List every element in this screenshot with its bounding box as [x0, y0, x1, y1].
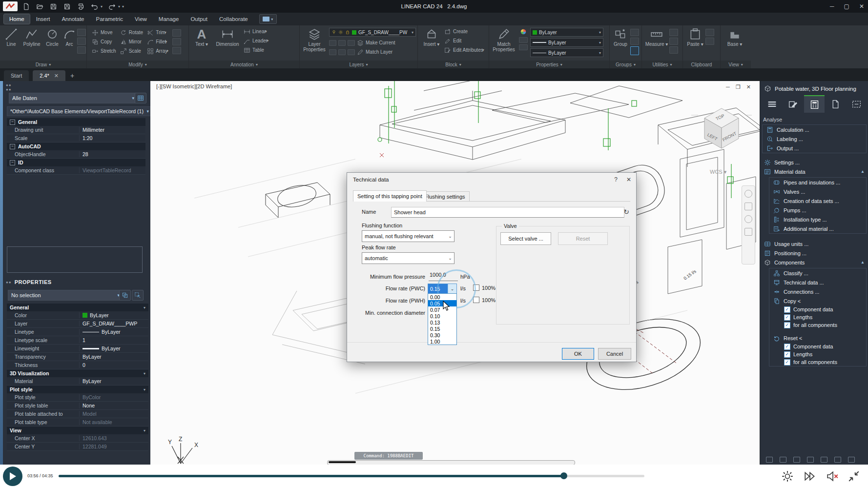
dropdown-option[interactable]: 0.00: [428, 294, 456, 300]
close-tab-icon[interactable]: ✕: [54, 73, 59, 79]
tab-insert[interactable]: Insert: [31, 14, 56, 24]
dropdown-option[interactable]: 0.15: [428, 325, 456, 332]
section-header[interactable]: Plot style▾: [7, 386, 148, 393]
panel-label-utilities[interactable]: Utilities▾: [642, 61, 682, 68]
property-row[interactable]: Plot table typeNot available: [7, 418, 148, 427]
dropdown-option[interactable]: 0.05: [428, 300, 456, 306]
panel-label-modify[interactable]: Modify▾: [87, 61, 188, 68]
checkbox-copy-lengths[interactable]: ✓Lengths: [769, 313, 866, 321]
tab-manage[interactable]: Manage: [153, 14, 185, 24]
polyline-tool[interactable]: Polyline: [21, 25, 43, 54]
mute-icon[interactable]: [826, 470, 839, 483]
property-row[interactable]: Drawing unitMillimeter: [7, 126, 145, 134]
select-valve-button[interactable]: Select valve ...: [500, 232, 551, 245]
group-components[interactable]: Components▲: [760, 258, 868, 267]
redo-dropdown-icon[interactable]: ▾: [118, 4, 120, 9]
arc-tool[interactable]: Arc: [62, 25, 77, 54]
color-combo[interactable]: ByLayer▾: [530, 28, 603, 37]
item-copy[interactable]: Copy <: [769, 296, 866, 305]
section-header[interactable]: −AutoCAD: [7, 142, 145, 150]
refresh-name-icon[interactable]: ↻: [621, 207, 631, 217]
undo-icon[interactable]: [90, 2, 99, 10]
peak-flow-select[interactable]: automatic⌄: [362, 252, 455, 264]
dialog-help-icon[interactable]: ?: [614, 176, 618, 183]
exit-fullscreen-icon[interactable]: [847, 470, 860, 483]
sidebar-bottom-toolbar[interactable]: [760, 457, 868, 463]
save-as-icon[interactable]: [62, 2, 71, 10]
flow-rate-dropdown-list[interactable]: 0.000.050.070.100.130.150.301.00: [428, 293, 457, 345]
collapse-icon[interactable]: ▾: [144, 371, 145, 376]
paste-tool[interactable]: Paste ▾: [685, 25, 705, 47]
panel-label-view[interactable]: View▾: [721, 61, 751, 68]
match-layer-tool[interactable]: Match Layer: [329, 47, 416, 57]
dropdown-option[interactable]: 1.00: [428, 338, 456, 345]
checkbox-reset-all-components[interactable]: ✓for all components: [769, 358, 866, 366]
item-calculation[interactable]: Calculation ...: [763, 125, 866, 134]
app-logo-icon[interactable]: [3, 1, 18, 11]
element-path-combo[interactable]: *Other*/AutoCAD Base Elements/ViewportTa…: [7, 106, 150, 116]
tab-view[interactable]: View: [129, 14, 152, 24]
group-tool[interactable]: Group: [611, 25, 630, 55]
panel-label-properties[interactable]: Properties▾: [489, 61, 609, 68]
tab-collaborate[interactable]: Collaborate: [214, 14, 253, 24]
item-creation-data-sets[interactable]: Creation of data sets ...: [769, 196, 866, 205]
tab-flushing-settings[interactable]: Flushing settings: [420, 191, 470, 202]
minimize-icon[interactable]: ─: [830, 3, 834, 10]
play-button[interactable]: [3, 467, 22, 486]
utilities-extra-tools[interactable]: [669, 25, 678, 54]
panel-label-clipboard[interactable]: Clipboard: [683, 61, 720, 68]
panel-grip[interactable]: ●●●●: [6, 83, 12, 92]
rotate-tool[interactable]: Rotate: [120, 28, 143, 37]
property-row[interactable]: MaterialByLayer: [7, 377, 148, 386]
redo-icon[interactable]: [107, 2, 116, 10]
section-header[interactable]: General▾: [7, 304, 148, 311]
property-row[interactable]: Thickness0: [7, 361, 148, 369]
tab-home[interactable]: Home: [4, 14, 30, 24]
command-line[interactable]: Command: 1988BAEDIT: [354, 452, 423, 460]
property-row[interactable]: Center X12610.643: [7, 434, 148, 443]
property-row[interactable]: LinetypeByLayer: [7, 328, 148, 336]
table-tool[interactable]: Table: [244, 45, 269, 55]
collapse-icon[interactable]: −: [10, 144, 15, 149]
property-row[interactable]: Plot table attached toModel: [7, 410, 148, 418]
item-settings[interactable]: Settings ...: [760, 158, 868, 167]
navigation-bar[interactable]: [742, 185, 755, 264]
section-header[interactable]: 3D Visualization▾: [7, 369, 148, 377]
pwc-100-checkbox[interactable]: 100%: [473, 285, 496, 291]
toggle-pickadd-button[interactable]: [119, 290, 131, 301]
measure-tool[interactable]: Measure ▾: [644, 25, 669, 54]
dropdown-option[interactable]: 0.13: [428, 319, 456, 325]
make-current-tool[interactable]: Make Current: [329, 38, 416, 47]
layer-combo[interactable]: GF_S_DRAW____PW▾: [329, 28, 416, 37]
flushing-function-select[interactable]: manual, not flushing relevant⌄: [362, 230, 455, 242]
mirror-tool[interactable]: Mirror: [120, 37, 143, 46]
collapse-icon[interactable]: −: [10, 160, 15, 165]
property-row[interactable]: Plot styleByColor: [7, 393, 148, 402]
viewport-minimize-icon[interactable]: ─: [726, 84, 730, 90]
item-labeling[interactable]: Labeling ...: [763, 134, 866, 143]
tab-parametric[interactable]: Parametric: [91, 14, 129, 24]
ok-button[interactable]: OK: [562, 348, 594, 360]
collapse-icon[interactable]: −: [10, 120, 15, 125]
close-icon[interactable]: ✕: [859, 3, 864, 10]
edit-attributes-tool[interactable]: Edit Attributes▾: [444, 45, 484, 55]
dropdown-option[interactable]: 0.10: [428, 313, 456, 319]
scale-tool[interactable]: Scale: [120, 46, 143, 56]
panel-label-block[interactable]: Block▾: [418, 61, 489, 68]
copy-tool[interactable]: Copy: [92, 37, 116, 46]
insert-block-tool[interactable]: Insert ▾: [421, 25, 442, 55]
panel-label-layers[interactable]: Layers▾: [300, 61, 417, 68]
seek-bar[interactable]: [59, 475, 644, 477]
clipboard-extra-tools[interactable]: [705, 25, 714, 47]
checkbox-copy-all-components[interactable]: ✓for all components: [769, 321, 866, 329]
color-wheel-icon[interactable]: [519, 28, 527, 36]
selection-combo[interactable]: No selection▾: [8, 290, 123, 301]
item-classify[interactable]: Classify ...: [769, 268, 866, 278]
property-row[interactable]: ColorByLayer: [7, 311, 148, 320]
new-file-icon[interactable]: [21, 2, 30, 10]
array-tool[interactable]: Array▾: [147, 46, 168, 56]
tab-analyse[interactable]: [804, 95, 824, 113]
collapse-icon[interactable]: ▾: [144, 387, 145, 392]
new-tab-icon[interactable]: +: [70, 72, 74, 81]
panel-label-annotation[interactable]: Annotation▾: [189, 61, 299, 68]
